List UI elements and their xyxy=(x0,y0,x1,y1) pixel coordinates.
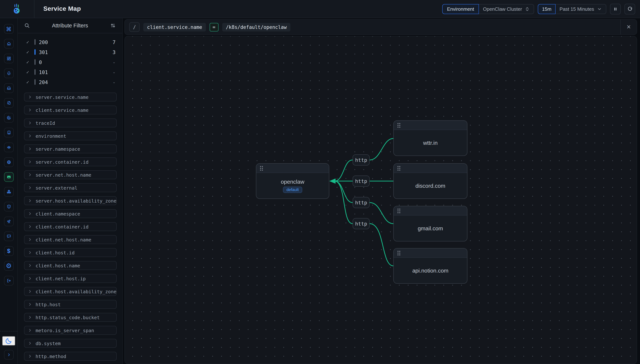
clear-filter-button[interactable]: × xyxy=(620,20,637,34)
edge-label-pill[interactable]: http xyxy=(352,197,370,208)
pause-icon xyxy=(613,6,618,11)
refresh-button[interactable] xyxy=(624,4,635,14)
attribute-row[interactable]: http.host xyxy=(24,300,117,309)
edge-label-pill[interactable]: http xyxy=(352,154,370,166)
attribute-name: server.host.availability_zone xyxy=(36,198,116,204)
edge-label-pill[interactable]: http xyxy=(352,176,370,187)
sidebar-item-explore[interactable] xyxy=(4,216,14,226)
attribute-row[interactable]: metoro.is_server_span xyxy=(24,326,117,335)
attribute-row[interactable]: environment xyxy=(24,132,117,140)
service-node-discord[interactable]: discord.com xyxy=(393,163,468,199)
node-header[interactable] xyxy=(256,164,329,173)
environment-button[interactable]: Environment xyxy=(442,4,479,14)
time-range-value: Past 15 Minutes xyxy=(560,6,594,12)
sidebar-item-traces[interactable] xyxy=(4,113,14,122)
time-range-short-button[interactable]: 15m xyxy=(538,4,556,14)
status-filter-row[interactable]: ✓ 101 - xyxy=(26,67,116,77)
attribute-row[interactable]: client.host.availability_zone xyxy=(24,287,117,296)
sidebar-item-settings[interactable]: ⚙ xyxy=(4,261,14,271)
sidebar-item-documentation[interactable] xyxy=(4,128,14,138)
cluster-select[interactable]: OpenClaw Cluster xyxy=(478,4,534,14)
attribute-row[interactable]: server.net.host.name xyxy=(24,170,117,179)
radar-icon xyxy=(6,115,11,121)
attribute-row[interactable]: client.net.host.ip xyxy=(24,274,117,283)
filter-key-chip[interactable]: client.service.name xyxy=(143,23,206,31)
attribute-name: server.namespace xyxy=(36,146,80,152)
sidebar-item-log-search[interactable] xyxy=(4,98,14,108)
filter-prefix-chip[interactable]: / xyxy=(129,22,140,32)
time-range-select[interactable]: Past 15 Minutes xyxy=(555,4,606,14)
sidebar-item-inbox[interactable] xyxy=(4,83,14,93)
namespace-badge[interactable]: default xyxy=(283,187,302,193)
attribute-row[interactable]: client.host.id xyxy=(24,248,117,257)
panel-title: Attribute Filters xyxy=(30,22,110,28)
sidebar-item-infrastructure[interactable] xyxy=(4,187,14,197)
sidebar-item-costs[interactable]: $ xyxy=(4,246,14,256)
sidebar-item-home[interactable] xyxy=(4,39,14,48)
sidebar-item-metrics[interactable] xyxy=(4,142,14,152)
service-map-canvas[interactable]: http http http http openclaw default xyxy=(124,36,637,364)
sidebar-item-security[interactable] xyxy=(4,202,14,212)
sidebar-item-dashboards[interactable] xyxy=(4,54,14,63)
attribute-row[interactable]: http.method xyxy=(24,352,117,361)
sidebar-item-service-map[interactable] xyxy=(4,172,14,182)
node-header[interactable] xyxy=(394,206,467,216)
sidebar-item-logout[interactable] xyxy=(4,276,14,286)
home-icon xyxy=(6,41,11,47)
attribute-row[interactable]: server.host.availability_zone xyxy=(24,196,117,205)
service-node-openclaw[interactable]: openclaw default xyxy=(256,163,329,199)
sidebar-item-network[interactable] xyxy=(4,158,14,167)
attribute-row[interactable]: server.service.name xyxy=(24,92,117,102)
node-header[interactable] xyxy=(394,248,467,258)
shield-alert-icon xyxy=(6,204,11,210)
sidebar-item-command[interactable]: ⌘ xyxy=(4,24,14,34)
node-header[interactable] xyxy=(394,164,467,173)
drag-handle-icon[interactable] xyxy=(397,208,401,214)
status-filter-row[interactable]: ✓ 0 - xyxy=(26,57,116,67)
drag-handle-icon[interactable] xyxy=(260,165,263,171)
sort-icon[interactable] xyxy=(110,22,116,28)
attribute-row[interactable]: client.host.name xyxy=(24,261,117,270)
status-filter-row[interactable]: ✓ 301 3 xyxy=(26,47,116,57)
drag-handle-icon[interactable] xyxy=(397,122,401,128)
attribute-name: server.external xyxy=(36,185,78,190)
app-logo[interactable] xyxy=(0,0,34,18)
attribute-row[interactable]: client.net.host.name xyxy=(24,235,117,244)
filter-value-chip[interactable]: /k8s/default/openclaw xyxy=(222,23,290,31)
chevron-right-icon xyxy=(28,225,32,228)
status-filter-row[interactable]: ✓ 200 7 xyxy=(26,37,116,47)
status-color-bar xyxy=(34,59,36,65)
attribute-row[interactable]: client.service.name xyxy=(24,106,117,114)
attribute-row[interactable]: server.external xyxy=(24,183,117,192)
status-color-bar xyxy=(34,39,36,45)
service-node-api-notion[interactable]: api.notion.com xyxy=(393,248,468,284)
dollar-icon: $ xyxy=(7,248,10,254)
attribute-row[interactable]: server.namespace xyxy=(24,144,117,153)
status-filter-row[interactable]: ✓ 204 - xyxy=(26,77,116,87)
drag-handle-icon[interactable] xyxy=(397,250,401,256)
pause-button[interactable] xyxy=(610,4,621,14)
sidebar-item-feedback[interactable] xyxy=(4,232,14,241)
node-header[interactable] xyxy=(394,121,467,130)
edge-label-pill[interactable]: http xyxy=(352,218,370,229)
search-icon[interactable] xyxy=(24,22,30,28)
command-icon: ⌘ xyxy=(6,26,12,32)
status-count: 7 xyxy=(112,39,116,45)
attribute-row[interactable]: server.container.id xyxy=(24,158,117,166)
expand-sidebar-button[interactable] xyxy=(4,350,14,360)
chevron-right-icon xyxy=(28,302,32,306)
attribute-row[interactable]: client.namespace xyxy=(24,209,117,218)
attribute-row[interactable]: http.status_code.bucket xyxy=(24,313,117,322)
filter-operator-chip[interactable]: = xyxy=(210,23,218,31)
drag-handle-icon[interactable] xyxy=(397,165,401,171)
service-node-wttr[interactable]: wttr.in xyxy=(393,120,468,156)
status-value: 101 xyxy=(39,69,48,75)
attribute-row[interactable]: traceId xyxy=(24,118,117,128)
service-node-gmail[interactable]: gmail.com xyxy=(393,206,468,242)
bell-icon xyxy=(6,70,11,76)
attribute-row[interactable]: client.container.id xyxy=(24,222,117,231)
attribute-row[interactable]: db.system xyxy=(24,339,117,348)
theme-toggle-button[interactable] xyxy=(2,336,15,346)
sidebar-item-alerts[interactable] xyxy=(4,68,14,78)
attribute-name: http.host xyxy=(36,302,60,307)
